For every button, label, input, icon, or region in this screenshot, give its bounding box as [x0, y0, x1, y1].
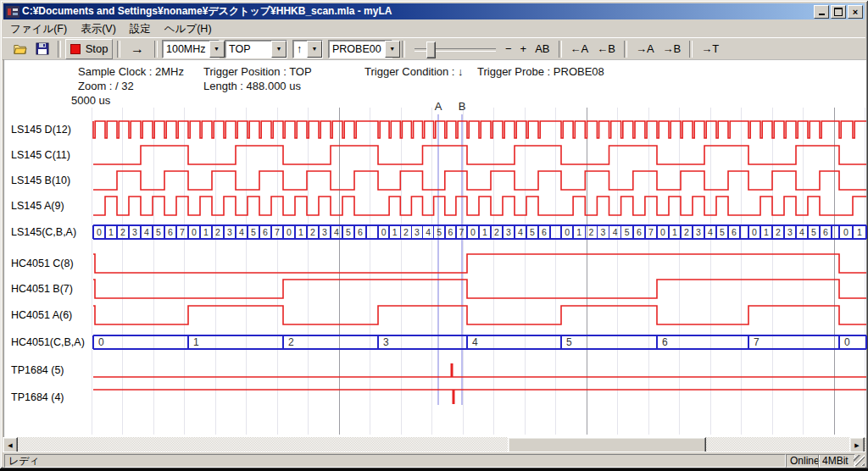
signal-label-hc4051-a-6: HC4051 A(6): [11, 308, 72, 322]
status-memory: 4MBit: [818, 454, 855, 468]
stop-icon: [70, 44, 81, 54]
cursor-b-label[interactable]: B: [456, 100, 468, 113]
signal-label-hc4051-c-8: HC4051 C(8): [11, 257, 74, 270]
zoom-out-button[interactable]: −: [501, 39, 516, 59]
toolbar-separator: [154, 41, 158, 58]
toolbar: Stop → 100MHz ▼ TOP ▼ ↑ ▼ PROBE00 ▼ − +: [3, 37, 865, 60]
horizontal-scrollbar[interactable]: ◀ ▶: [3, 437, 865, 452]
menu-view[interactable]: 表示(V): [74, 21, 123, 37]
toolbar-separator: [117, 41, 120, 58]
toolbar-separator: [624, 41, 627, 58]
chevron-down-icon[interactable]: ▼: [307, 41, 322, 58]
trigger-position-info: Trigger Position : TOP: [203, 65, 312, 78]
cursor-a-left-button[interactable]: ←A: [566, 39, 593, 59]
status-bar: レディ Online 4MBit: [3, 452, 865, 468]
zoom-in-button[interactable]: +: [516, 39, 531, 59]
open-button[interactable]: [9, 39, 31, 59]
trigger-probe-select[interactable]: PROBE00 ▼: [328, 40, 392, 58]
trigger-probe-info: Trigger Probe : PROBE08: [477, 65, 604, 78]
app-icon[interactable]: [6, 6, 19, 18]
goto-trigger-button[interactable]: →T: [697, 39, 723, 59]
sample-clock-value: 100MHz: [163, 43, 209, 55]
status-online: Online: [786, 454, 820, 468]
signal-label-ls145-a-9: LS145 A(9): [11, 199, 64, 213]
trigger-edge-value: ↑: [293, 43, 307, 55]
trigger-probe-value: PROBE00: [329, 43, 385, 55]
length-info: Length : 488.000 us: [203, 80, 301, 92]
zoom-info: Zoom : / 32: [78, 80, 134, 92]
cursor-a-right-button[interactable]: →A: [632, 39, 659, 59]
cursor-b-left-button[interactable]: ←B: [593, 39, 620, 59]
resize-grip[interactable]: [854, 455, 865, 466]
signal-label-ls145-d-12: LS145 D(12): [11, 123, 71, 136]
menu-file[interactable]: ファイル(F): [3, 21, 74, 37]
minimize-button[interactable]: [814, 5, 829, 19]
waveform-panel: [3, 59, 866, 438]
window-title: C:¥Documents and Settings¥noname¥デスクトップ¥…: [22, 4, 810, 19]
menu-bar: ファイル(F) 表示(V) 設定 ヘルプ(H): [3, 21, 865, 36]
zoom-slider-thumb[interactable]: [426, 42, 436, 58]
signal-label-hc4051-b-7: HC4051 B(7): [11, 282, 73, 296]
sample-clock-info: Sample Clock : 2MHz: [78, 65, 184, 78]
toolbar-separator: [402, 41, 405, 58]
signal-label-ls145-c-b-a: LS145(C,B,A): [11, 225, 76, 239]
ab-button[interactable]: AB: [531, 39, 554, 59]
signal-label-ls145-c-11: LS145 C(11): [11, 148, 70, 162]
timeline-label: 5000 us: [71, 94, 110, 107]
window-controls: ×: [814, 5, 863, 19]
signal-label-hc4051-c-b-a: HC4051(C,B,A): [11, 335, 85, 349]
save-button[interactable]: [31, 39, 53, 59]
chevron-down-icon[interactable]: ▼: [271, 41, 287, 58]
trigger-position-value: TOP: [225, 43, 271, 55]
stop-label: Stop: [86, 42, 108, 55]
run-button[interactable]: →: [125, 39, 150, 59]
signal-label-tp1684-4: TP1684 (4): [11, 391, 64, 404]
app-window: C:¥Documents and Settings¥noname¥デスクトップ¥…: [0, 0, 868, 468]
signal-label-tp1684-5: TP1684 (5): [11, 363, 64, 377]
maximize-icon: [834, 8, 843, 16]
stop-button[interactable]: Stop: [65, 39, 113, 59]
status-message: レディ: [4, 454, 786, 468]
toolbar-separator: [689, 41, 693, 58]
signal-label-ls145-b-10: LS145 B(10): [11, 174, 70, 187]
minimize-icon: [819, 14, 825, 15]
close-button[interactable]: ×: [848, 5, 863, 19]
toolbar-separator: [559, 41, 562, 58]
menu-help[interactable]: ヘルプ(H): [158, 21, 219, 37]
title-bar: C:¥Documents and Settings¥noname¥デスクトップ¥…: [3, 3, 865, 19]
toolbar-separator: [58, 41, 61, 58]
menu-settings[interactable]: 設定: [123, 21, 158, 37]
chevron-down-icon[interactable]: ▼: [209, 41, 225, 58]
maximize-button[interactable]: [831, 5, 846, 19]
trigger-edge-select[interactable]: ↑ ▼: [292, 40, 323, 58]
trigger-position-select[interactable]: TOP ▼: [225, 40, 287, 58]
sample-clock-select[interactable]: 100MHz ▼: [162, 40, 220, 58]
trigger-condition-info: Trigger Condition : ↓: [364, 65, 464, 78]
chevron-down-icon[interactable]: ▼: [385, 41, 400, 58]
open-folder-icon: [14, 42, 27, 55]
run-arrow-icon: →: [131, 42, 144, 57]
cursor-a-label[interactable]: A: [432, 100, 444, 113]
cursor-b-right-button[interactable]: →B: [659, 39, 686, 59]
zoom-slider[interactable]: [415, 41, 496, 58]
save-floppy-icon: [36, 42, 49, 55]
